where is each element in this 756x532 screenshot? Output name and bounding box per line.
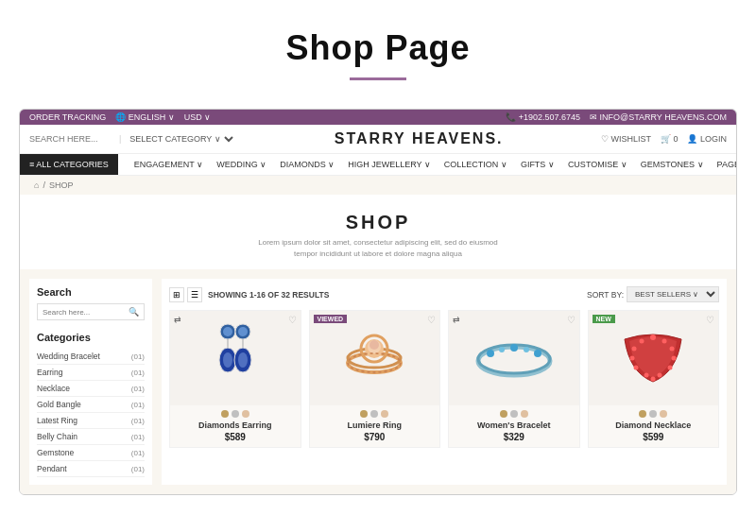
shop-hero: SHOP Lorem ipsum dolor sit amet, consect… bbox=[20, 195, 736, 269]
product-info: Diamond Necklace $599 bbox=[589, 405, 719, 447]
swatch[interactable] bbox=[381, 410, 388, 418]
product-swatches bbox=[315, 410, 436, 418]
nav-high-jewellery[interactable]: HIGH JEWELLERY ∨ bbox=[341, 154, 438, 175]
nav-gifts[interactable]: GIFTS ∨ bbox=[514, 154, 561, 175]
list-item[interactable]: Belly Chain (01) bbox=[37, 429, 145, 445]
phone-number: 📞 +1902.507.6745 bbox=[506, 112, 580, 122]
category-count: (01) bbox=[131, 449, 145, 457]
nav-engagement[interactable]: ENGAGEMENT ∨ bbox=[128, 154, 210, 175]
product-image bbox=[472, 333, 557, 385]
product-card: VIEWED ♡ bbox=[309, 310, 441, 448]
product-price: $589 bbox=[175, 432, 296, 442]
compare-icon[interactable]: ⇄ bbox=[174, 315, 181, 324]
top-bar-left: ORDER TRACKING 🌐 ENGLISH ∨ USD ∨ bbox=[29, 112, 211, 122]
swatch[interactable] bbox=[660, 410, 667, 418]
grid-view-button[interactable]: ⊞ bbox=[169, 287, 184, 302]
sort-by-area: SORT BY: BEST SELLERS ∨ bbox=[587, 286, 719, 302]
category-name: Wedding Bracelet bbox=[37, 352, 100, 361]
product-price: $599 bbox=[593, 432, 714, 442]
category-name: Latest Ring bbox=[37, 416, 77, 425]
nav-customise[interactable]: CUSTOMISE ∨ bbox=[561, 154, 634, 175]
nav-collection[interactable]: COLLECTION ∨ bbox=[438, 154, 514, 175]
list-item[interactable]: Gemstone (01) bbox=[37, 445, 145, 461]
product-image bbox=[339, 320, 410, 396]
list-view-button[interactable]: ☰ bbox=[187, 287, 202, 302]
swatch[interactable] bbox=[521, 410, 528, 418]
wishlist-button[interactable]: ♡ bbox=[567, 315, 576, 325]
svg-point-9 bbox=[238, 352, 248, 368]
language-selector[interactable]: 🌐 ENGLISH ∨ bbox=[115, 112, 175, 122]
breadcrumb-current: SHOP bbox=[49, 180, 74, 190]
products-grid: ⇄ ♡ bbox=[169, 310, 719, 448]
svg-point-31 bbox=[634, 366, 639, 370]
products-toolbar: ⊞ ☰ SHOWING 1-16 OF 32 RESULTS SORT BY: … bbox=[169, 286, 719, 302]
sort-label: SORT BY: bbox=[587, 290, 624, 300]
brand-logo[interactable]: STARRY HEAVENS. bbox=[335, 130, 504, 147]
swatch[interactable] bbox=[370, 410, 378, 418]
nav-search-area: | SELECT CATEGORY ∨ bbox=[29, 133, 236, 145]
page-title: Shop Page bbox=[19, 28, 737, 68]
svg-point-20 bbox=[499, 347, 505, 352]
list-item[interactable]: Necklace (01) bbox=[37, 381, 145, 397]
nav-bar: | SELECT CATEGORY ∨ STARRY HEAVENS. ♡ WI… bbox=[20, 125, 736, 154]
wishlist-button[interactable]: ♡ bbox=[288, 315, 297, 325]
title-underline bbox=[350, 77, 406, 80]
list-item[interactable]: Earring (01) bbox=[37, 365, 145, 381]
search-icon[interactable]: 🔍 bbox=[129, 307, 139, 317]
wishlist-link[interactable]: ♡ WISHLIST bbox=[601, 134, 651, 144]
swatch[interactable] bbox=[639, 410, 646, 418]
svg-point-32 bbox=[668, 366, 673, 370]
currency-selector[interactable]: USD ∨ bbox=[184, 112, 212, 122]
nav-diamonds[interactable]: DIAMONDS ∨ bbox=[273, 154, 341, 175]
sidebar-search-box: 🔍 bbox=[37, 303, 145, 320]
login-link[interactable]: 👤 LOGIN bbox=[687, 134, 727, 144]
wishlist-button[interactable]: ♡ bbox=[706, 315, 714, 325]
svg-point-23 bbox=[534, 350, 541, 357]
nav-gemstones[interactable]: GEMSTONES ∨ bbox=[634, 154, 711, 175]
category-name: Pendant bbox=[37, 464, 67, 473]
list-item[interactable]: Wedding Bracelet (01) bbox=[37, 349, 145, 365]
list-item[interactable]: Gold Bangle (01) bbox=[37, 397, 145, 413]
swatch[interactable] bbox=[649, 410, 657, 418]
svg-point-22 bbox=[524, 347, 529, 352]
category-count: (01) bbox=[131, 465, 145, 473]
swatch[interactable] bbox=[242, 410, 249, 418]
category-name: Gemstone bbox=[37, 448, 74, 457]
email-address: ✉ INFO@STARRY HEAVENS.COM bbox=[590, 112, 727, 122]
all-categories-button[interactable]: ≡ ALL CATEGORIES bbox=[20, 154, 118, 175]
product-card: ⇄ ♡ bbox=[448, 310, 580, 448]
browser-frame: ORDER TRACKING 🌐 ENGLISH ∨ USD ∨ 📞 +1902… bbox=[19, 109, 737, 495]
product-card: ⇄ ♡ bbox=[169, 310, 301, 448]
category-name: Necklace bbox=[37, 384, 70, 393]
results-count: SHOWING 1-16 OF 32 RESULTS bbox=[208, 290, 329, 300]
svg-point-6 bbox=[238, 327, 248, 336]
category-select[interactable]: SELECT CATEGORY ∨ bbox=[126, 133, 236, 145]
cart-link[interactable]: 🛒 0 bbox=[661, 134, 679, 144]
main-nav: ≡ ALL CATEGORIES ENGAGEMENT ∨ WEDDING ∨ … bbox=[20, 154, 736, 176]
sort-select[interactable]: BEST SELLERS ∨ bbox=[627, 286, 719, 302]
swatch[interactable] bbox=[221, 410, 229, 418]
product-card: NEW ♡ bbox=[588, 310, 720, 448]
sidebar-search-input[interactable] bbox=[43, 308, 129, 317]
compare-icon[interactable]: ⇄ bbox=[453, 315, 460, 324]
list-item[interactable]: Pendant (01) bbox=[37, 461, 145, 477]
list-item[interactable]: Latest Ring (01) bbox=[37, 413, 145, 429]
wishlist-button[interactable]: ♡ bbox=[427, 315, 436, 325]
nav-wedding[interactable]: WEDDING ∨ bbox=[210, 154, 273, 175]
swatch[interactable] bbox=[232, 410, 239, 418]
main-content: Search 🔍 Categories Wedding Bracelet (01… bbox=[20, 269, 736, 494]
breadcrumb-home[interactable]: ⌂ bbox=[34, 180, 39, 190]
svg-point-35 bbox=[651, 377, 656, 382]
nav-actions: ♡ WISHLIST 🛒 0 👤 LOGIN bbox=[601, 134, 727, 144]
swatch[interactable] bbox=[360, 410, 368, 418]
svg-point-1 bbox=[223, 327, 232, 336]
nav-pages[interactable]: PAGES ∨ bbox=[711, 154, 737, 175]
svg-point-33 bbox=[644, 373, 649, 378]
order-tracking[interactable]: ORDER TRACKING bbox=[29, 112, 106, 122]
category-count: (01) bbox=[131, 369, 145, 377]
swatch[interactable] bbox=[500, 410, 507, 418]
swatch[interactable] bbox=[510, 410, 518, 418]
nav-search-input[interactable] bbox=[29, 134, 114, 144]
product-swatches bbox=[593, 410, 714, 418]
product-image-area: ⇄ ♡ bbox=[449, 311, 579, 405]
